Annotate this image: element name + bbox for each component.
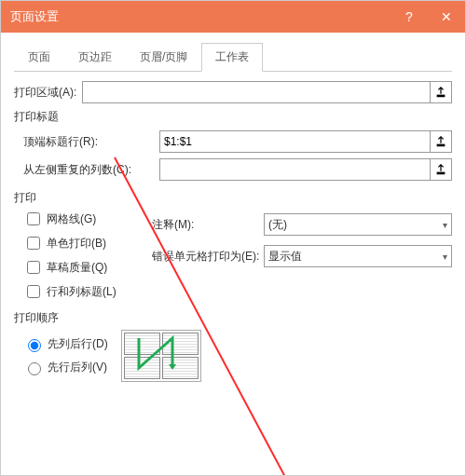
rowcol-headings-check[interactable]: 行和列标题(L) — [23, 282, 144, 301]
order-legend: 打印顺序 — [14, 310, 452, 326]
comments-label: 注释(M): — [152, 217, 264, 233]
draft-check[interactable]: 草稿质量(Q) — [23, 258, 144, 277]
title-rows-field-wrap — [159, 130, 452, 153]
bw-label: 单色打印(B) — [47, 236, 106, 252]
gridlines-label: 网格线(G) — [47, 211, 96, 227]
range-select-icon — [434, 135, 447, 148]
rowcol-headings-label: 行和列标题(L) — [47, 284, 116, 300]
rowcol-headings-checkbox[interactable] — [27, 285, 40, 298]
title-cols-input[interactable] — [160, 159, 430, 180]
title-rows-label: 顶端标题行(R): — [23, 134, 154, 150]
help-button[interactable]: ? — [391, 1, 428, 33]
help-label: ? — [405, 9, 413, 24]
print-titles-group: 打印标题 顶端标题行(R): 从左侧重复的列数(C): — [14, 109, 452, 181]
down-then-over-input[interactable] — [28, 339, 41, 352]
errors-row: 错误单元格打印为(E): 显示值 ▾ — [152, 245, 452, 267]
tab-header-footer[interactable]: 页眉/页脚 — [126, 43, 201, 72]
title-cols-range-button[interactable] — [430, 159, 451, 180]
svg-rect-0 — [437, 95, 445, 98]
gridlines-check[interactable]: 网格线(G) — [23, 210, 144, 228]
errors-select[interactable]: 显示值 ▾ — [264, 245, 452, 267]
order-group: 打印顺序 先列后行(D) 先行后列(V) — [14, 310, 452, 382]
print-area-row: 打印区域(A): — [14, 81, 452, 103]
print-group: 打印 网格线(G) 单色打印(B) 草稿质量(Q) 行和列标题(L) 注释(M)… — [14, 190, 452, 301]
over-then-down-radio[interactable]: 先行后列(V) — [23, 360, 108, 375]
print-area-label: 打印区域(A): — [14, 85, 76, 101]
errors-value: 显示值 — [268, 249, 302, 265]
close-icon: ✕ — [441, 9, 452, 24]
tab-sheet[interactable]: 工作表 — [201, 43, 263, 72]
title-rows-row: 顶端标题行(R): — [14, 130, 452, 153]
window-title: 页面设置 — [1, 8, 391, 25]
over-then-down-input[interactable] — [28, 362, 41, 375]
bw-checkbox[interactable] — [27, 237, 40, 250]
print-area-input[interactable] — [83, 82, 430, 102]
title-rows-input[interactable] — [160, 131, 430, 152]
print-titles-legend: 打印标题 — [14, 109, 452, 125]
page-setup-dialog: 页面设置 ? ✕ 页面 页边距 页眉/页脚 工作表 打印区域(A): 打印标题 … — [0, 0, 466, 476]
tab-strip: 页面 页边距 页眉/页脚 工作表 — [14, 42, 452, 72]
comments-select[interactable]: (无) ▾ — [264, 213, 452, 236]
errors-label: 错误单元格打印为(E): — [152, 249, 264, 265]
print-area-range-button[interactable] — [430, 82, 451, 102]
range-select-icon — [434, 86, 447, 99]
titlebar: 页面设置 ? ✕ — [1, 1, 465, 33]
chevron-down-icon: ▾ — [443, 252, 447, 262]
close-button[interactable]: ✕ — [428, 1, 465, 33]
title-cols-field-wrap — [159, 158, 452, 181]
print-legend: 打印 — [14, 190, 452, 206]
order-arrow-icon — [122, 331, 200, 381]
order-preview — [121, 330, 201, 382]
draft-label: 草稿质量(Q) — [47, 260, 107, 276]
comments-value: (无) — [268, 217, 287, 233]
svg-rect-1 — [437, 144, 445, 147]
bw-check[interactable]: 单色打印(B) — [23, 234, 144, 252]
chevron-down-icon: ▾ — [443, 220, 447, 230]
down-then-over-label: 先列后行(D) — [48, 336, 108, 352]
print-area-field-wrap — [82, 81, 452, 103]
comments-row: 注释(M): (无) ▾ — [152, 213, 452, 236]
title-cols-row: 从左侧重复的列数(C): — [14, 158, 452, 181]
down-then-over-radio[interactable]: 先列后行(D) — [23, 336, 108, 352]
title-cols-label: 从左侧重复的列数(C): — [23, 162, 154, 178]
draft-checkbox[interactable] — [27, 261, 40, 274]
over-then-down-label: 先行后列(V) — [48, 360, 107, 375]
range-select-icon — [434, 163, 447, 176]
tab-margins[interactable]: 页边距 — [64, 43, 126, 72]
tab-page[interactable]: 页面 — [14, 43, 64, 72]
svg-rect-2 — [437, 172, 445, 175]
title-rows-range-button[interactable] — [430, 131, 451, 152]
gridlines-checkbox[interactable] — [27, 212, 40, 225]
